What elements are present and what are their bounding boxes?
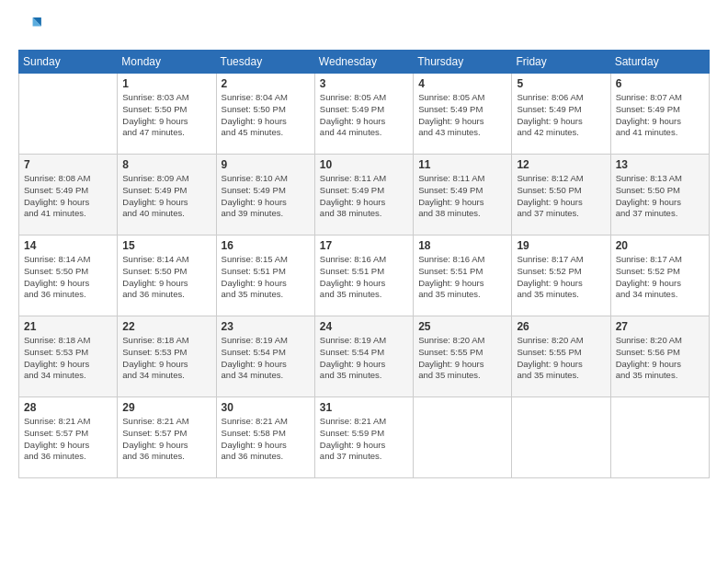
daylight-line1: Daylight: 9 hours xyxy=(320,116,408,128)
day-number: 28 xyxy=(24,401,112,414)
day-number: 13 xyxy=(616,158,704,171)
daylight-line1: Daylight: 9 hours xyxy=(616,116,704,128)
sunset-text: Sunset: 5:49 PM xyxy=(320,104,408,116)
calendar-cell: 16Sunrise: 8:15 AMSunset: 5:51 PMDayligh… xyxy=(216,236,314,316)
daylight-line1: Daylight: 9 hours xyxy=(517,116,605,128)
calendar-header-row: SundayMondayTuesdayWednesdayThursdayFrid… xyxy=(19,51,710,74)
calendar-cell: 22Sunrise: 8:18 AMSunset: 5:53 PMDayligh… xyxy=(118,316,216,397)
daylight-line1: Daylight: 9 hours xyxy=(122,359,210,371)
sunrise-text: Sunrise: 8:14 AM xyxy=(24,254,112,266)
day-info: Sunrise: 8:11 AMSunset: 5:49 PMDaylight:… xyxy=(320,173,408,220)
sunset-text: Sunset: 5:49 PM xyxy=(24,185,112,197)
day-info: Sunrise: 8:19 AMSunset: 5:54 PMDaylight:… xyxy=(320,335,408,382)
sunset-text: Sunset: 5:49 PM xyxy=(418,104,506,116)
day-info: Sunrise: 8:13 AMSunset: 5:50 PMDaylight:… xyxy=(616,173,704,220)
day-info: Sunrise: 8:21 AMSunset: 5:57 PMDaylight:… xyxy=(24,416,112,463)
daylight-line2: and 36 minutes. xyxy=(24,451,112,463)
daylight-line2: and 34 minutes. xyxy=(24,370,112,382)
calendar-cell: 12Sunrise: 8:12 AMSunset: 5:50 PMDayligh… xyxy=(512,155,610,236)
daylight-line1: Daylight: 9 hours xyxy=(122,440,210,452)
daylight-line1: Daylight: 9 hours xyxy=(616,359,704,371)
day-number: 19 xyxy=(517,239,605,252)
sunrise-text: Sunrise: 8:07 AM xyxy=(616,92,704,104)
calendar-cell: 2Sunrise: 8:04 AMSunset: 5:50 PMDaylight… xyxy=(216,74,314,155)
daylight-line2: and 34 minutes. xyxy=(122,370,210,382)
daylight-line1: Daylight: 9 hours xyxy=(320,278,408,290)
daylight-line2: and 43 minutes. xyxy=(418,127,506,139)
day-info: Sunrise: 8:04 AMSunset: 5:50 PMDaylight:… xyxy=(222,92,310,139)
day-number: 16 xyxy=(222,239,310,252)
day-info: Sunrise: 8:20 AMSunset: 5:55 PMDaylight:… xyxy=(517,335,605,382)
daylight-line2: and 36 minutes. xyxy=(222,451,310,463)
daylight-line1: Daylight: 9 hours xyxy=(222,440,310,452)
page-header xyxy=(18,15,710,40)
daylight-line2: and 37 minutes. xyxy=(517,208,605,220)
sunset-text: Sunset: 5:52 PM xyxy=(517,266,605,278)
daylight-line1: Daylight: 9 hours xyxy=(122,197,210,209)
daylight-line1: Daylight: 9 hours xyxy=(517,197,605,209)
sunset-text: Sunset: 5:57 PM xyxy=(24,428,112,440)
sunset-text: Sunset: 5:51 PM xyxy=(418,266,506,278)
daylight-line1: Daylight: 9 hours xyxy=(122,278,210,290)
daylight-line2: and 36 minutes. xyxy=(122,451,210,463)
sunrise-text: Sunrise: 8:05 AM xyxy=(320,92,408,104)
calendar-week-row: 14Sunrise: 8:14 AMSunset: 5:50 PMDayligh… xyxy=(19,236,710,316)
sunrise-text: Sunrise: 8:17 AM xyxy=(616,254,704,266)
day-info: Sunrise: 8:19 AMSunset: 5:54 PMDaylight:… xyxy=(222,335,310,382)
day-number: 18 xyxy=(418,239,506,252)
day-info: Sunrise: 8:08 AMSunset: 5:49 PMDaylight:… xyxy=(24,173,112,220)
sunset-text: Sunset: 5:50 PM xyxy=(517,185,605,197)
day-number: 20 xyxy=(616,239,704,252)
sunset-text: Sunset: 5:55 PM xyxy=(418,347,506,359)
sunset-text: Sunset: 5:53 PM xyxy=(24,347,112,359)
day-info: Sunrise: 8:07 AMSunset: 5:49 PMDaylight:… xyxy=(616,92,704,139)
day-number: 9 xyxy=(222,158,310,171)
sunrise-text: Sunrise: 8:15 AM xyxy=(222,254,310,266)
calendar-cell: 18Sunrise: 8:16 AMSunset: 5:51 PMDayligh… xyxy=(414,236,512,316)
daylight-line1: Daylight: 9 hours xyxy=(320,440,408,452)
weekday-header: Thursday xyxy=(414,51,512,74)
calendar-week-row: 21Sunrise: 8:18 AMSunset: 5:53 PMDayligh… xyxy=(19,316,710,397)
sunset-text: Sunset: 5:49 PM xyxy=(616,104,704,116)
daylight-line1: Daylight: 9 hours xyxy=(320,359,408,371)
sunrise-text: Sunrise: 8:19 AM xyxy=(320,335,408,347)
sunset-text: Sunset: 5:50 PM xyxy=(24,266,112,278)
sunrise-text: Sunrise: 8:18 AM xyxy=(24,335,112,347)
sunset-text: Sunset: 5:49 PM xyxy=(418,185,506,197)
day-number: 24 xyxy=(320,320,408,333)
sunrise-text: Sunrise: 8:17 AM xyxy=(517,254,605,266)
sunset-text: Sunset: 5:55 PM xyxy=(517,347,605,359)
daylight-line1: Daylight: 9 hours xyxy=(24,359,112,371)
sunset-text: Sunset: 5:53 PM xyxy=(122,347,210,359)
day-number: 2 xyxy=(222,77,310,90)
daylight-line2: and 41 minutes. xyxy=(616,127,704,139)
day-number: 11 xyxy=(418,158,506,171)
sunrise-text: Sunrise: 8:11 AM xyxy=(418,173,506,185)
day-number: 6 xyxy=(616,77,704,90)
calendar-cell xyxy=(19,74,118,155)
daylight-line2: and 39 minutes. xyxy=(222,208,310,220)
calendar-cell: 8Sunrise: 8:09 AMSunset: 5:49 PMDaylight… xyxy=(118,155,216,236)
day-number: 4 xyxy=(418,77,506,90)
day-number: 21 xyxy=(24,320,112,333)
daylight-line2: and 42 minutes. xyxy=(517,127,605,139)
calendar-cell: 31Sunrise: 8:21 AMSunset: 5:59 PMDayligh… xyxy=(314,397,413,478)
calendar-cell: 26Sunrise: 8:20 AMSunset: 5:55 PMDayligh… xyxy=(512,316,610,397)
daylight-line2: and 44 minutes. xyxy=(320,127,408,139)
sunrise-text: Sunrise: 8:11 AM xyxy=(320,173,408,185)
day-number: 7 xyxy=(24,158,112,171)
day-number: 1 xyxy=(122,77,210,90)
daylight-line1: Daylight: 9 hours xyxy=(222,278,310,290)
sunrise-text: Sunrise: 8:10 AM xyxy=(222,173,310,185)
weekday-header: Saturday xyxy=(610,51,709,74)
sunset-text: Sunset: 5:50 PM xyxy=(616,185,704,197)
day-number: 26 xyxy=(517,320,605,333)
calendar-cell: 30Sunrise: 8:21 AMSunset: 5:58 PMDayligh… xyxy=(216,397,314,478)
day-info: Sunrise: 8:05 AMSunset: 5:49 PMDaylight:… xyxy=(418,92,506,139)
day-info: Sunrise: 8:06 AMSunset: 5:49 PMDaylight:… xyxy=(517,92,605,139)
day-number: 15 xyxy=(122,239,210,252)
calendar-cell: 28Sunrise: 8:21 AMSunset: 5:57 PMDayligh… xyxy=(19,397,118,478)
daylight-line2: and 41 minutes. xyxy=(24,208,112,220)
weekday-header: Wednesday xyxy=(314,51,413,74)
daylight-line2: and 35 minutes. xyxy=(616,370,704,382)
